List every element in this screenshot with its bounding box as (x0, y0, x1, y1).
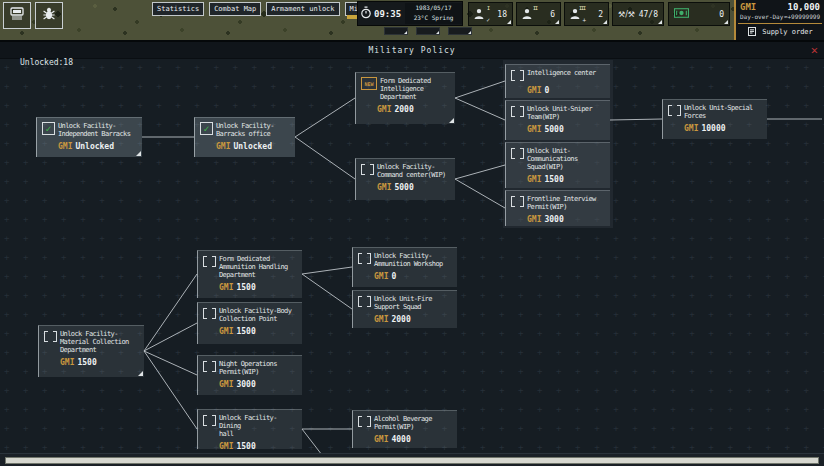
time-display: 09:35 (374, 9, 401, 19)
gold-divider (738, 23, 822, 24)
panel-titlebar: Military Policy (0, 42, 824, 59)
counter-value: 0 (719, 10, 724, 19)
terminal-icon (9, 6, 25, 26)
checkbox-icon (203, 307, 216, 320)
checkbox-icon (361, 163, 374, 176)
policy-node-ammunition-handling[interactable]: Form Dedicated Ammunition Handling Depar… (197, 250, 302, 298)
policy-node-special-forces[interactable]: Unlock Unit-Special ForcesGMI10000 (662, 99, 767, 139)
speed-tab-3[interactable] (448, 27, 472, 35)
policy-node-cost: GMI0 (374, 272, 452, 281)
policy-node-cost: GMI1500 (219, 283, 297, 292)
policy-node-title: Unlock Facility- Command center(WIP) (377, 163, 446, 179)
clock-icon (360, 4, 372, 23)
cost-currency-label: GMI (527, 175, 541, 184)
checkbox-icon (511, 105, 524, 118)
policy-node-material-collection[interactable]: Unlock Facility- Material Collection Dep… (38, 325, 144, 377)
cost-currency-label: GMI (60, 358, 74, 367)
cost-value: 2000 (394, 105, 413, 114)
season-value: 23°C Spring (405, 13, 462, 23)
cost-value: 2000 (391, 315, 410, 324)
document-icon (747, 26, 757, 38)
person-icon: II (522, 8, 537, 20)
checkbox-icon (203, 255, 216, 268)
day-over-day-value: ≈+99999999 (784, 13, 820, 20)
date-display: 1983/05/17 23°C Spring (405, 3, 462, 24)
checkbox-icon (203, 360, 216, 373)
units-button[interactable] (35, 2, 63, 29)
policy-node-ammunition-workshop[interactable]: Unlock Facility- Ammunition WorkshopGMI0 (352, 247, 457, 287)
policy-node-dining-hall[interactable]: Unlock Facility-Dining hallGMI1500 (197, 409, 302, 449)
speed-tab-1[interactable] (384, 27, 408, 35)
policy-node-night-operations-permit[interactable]: Night Operations Permit(WIP)GMI3000 (197, 355, 302, 395)
cost-currency-label: GMI (219, 327, 233, 336)
cost-currency-label: GMI (527, 125, 541, 134)
policy-node-title: Unlock Unit-Fire Support Squad (374, 295, 432, 311)
counter-infantry-tier-3: III+2 (564, 2, 609, 26)
policy-node-command-center[interactable]: Unlock Facility- Command center(WIP)GMI5… (355, 158, 455, 200)
policy-node-cost: GMI4000 (374, 435, 452, 444)
cost-currency-label: GMI (219, 380, 233, 389)
cost-currency-label: GMI (684, 124, 698, 133)
check-icon: ✓ (42, 122, 55, 135)
policy-node-frontline-interview-permit[interactable]: Frontline Interview Permit(WIP)GMI3000 (505, 190, 610, 226)
policy-node-cost: GMIUnlocked (216, 142, 290, 151)
counter-value: 47/8 (639, 10, 658, 19)
cost-value: 1500 (77, 358, 96, 367)
close-button[interactable]: ✕ (811, 43, 818, 57)
checkbox-icon (358, 295, 371, 308)
new-badge: NEW (361, 77, 377, 90)
policy-node-cost: GMI5000 (527, 125, 605, 134)
cost-value: 3000 (236, 380, 255, 389)
policy-node-title: Unlock Facility-Dining hall (219, 414, 297, 438)
cost-currency-label: GMI (374, 315, 388, 324)
policy-node-cost: GMI1500 (219, 327, 297, 336)
policy-node-title: Form Dedicated Intelligence Department (380, 77, 431, 101)
menu-button-label: Armament unlock (271, 5, 334, 13)
gmi-value: 10,000 (787, 2, 820, 12)
checkbox-icon (668, 104, 681, 117)
counter-value: 6 (550, 10, 555, 19)
policy-node-intelligence-department[interactable]: NEWForm Dedicated Intelligence Departmen… (355, 72, 455, 124)
check-icon: ✓ (200, 122, 213, 135)
cost-currency-label: GMI (219, 283, 233, 292)
day-over-day-label: Day-over-Day (740, 13, 783, 20)
cost-value: 3000 (544, 215, 563, 224)
horizontal-scrollbar[interactable] (0, 453, 824, 466)
policy-node-title: Unlock Facility- Barracks office (216, 122, 274, 138)
policy-node-title: Frontline Interview Permit(WIP) (527, 195, 596, 211)
supply-order-label: Supply order (762, 28, 813, 36)
policy-node-cost: GMIUnlocked (58, 142, 137, 151)
cost-value: 5000 (394, 183, 413, 192)
policy-node-communications-squad[interactable]: Unlock Unit- Communications Squad(WIP)GM… (505, 142, 610, 188)
terminal-button[interactable] (3, 2, 31, 29)
menu-button-armament-unlock[interactable]: Armament unlock (266, 2, 339, 16)
bug-icon (41, 6, 57, 26)
counter-funds: 0 (668, 2, 730, 26)
policy-node-cost: GMI3000 (219, 380, 297, 389)
military-policy-panel: + + + + + + + + + + + + + + + + + + + + … (0, 40, 824, 466)
counter-value: 2 (598, 10, 603, 19)
checkbox-icon (511, 69, 524, 82)
policy-node-title: Unlock Unit-Special Forces (684, 104, 753, 120)
policy-node-body-collection-point[interactable]: Unlock Facility-Body Collection PointGMI… (197, 302, 302, 344)
policy-node-fire-support-squad[interactable]: Unlock Unit-Fire Support SquadGMI2000 (352, 290, 457, 328)
topbar: StatisticsCombat MapArmament unlockMilit… (0, 0, 824, 40)
policy-node-title: Unlock Unit-Sniper Team(WIP) (527, 105, 592, 121)
menu-button-combat-map[interactable]: Combat Map (209, 2, 261, 16)
policy-node-sniper-team[interactable]: Unlock Unit-Sniper Team(WIP)GMI5000 (505, 100, 610, 140)
policy-node-alcohol-beverage-permit[interactable]: Alcohol Beverage Permit(WIP)GMI4000 (352, 410, 457, 448)
menu-button-statistics[interactable]: Statistics (152, 2, 204, 16)
policy-node-barracks-office[interactable]: ✓Unlock Facility- Barracks officeGMIUnlo… (194, 117, 295, 157)
scrollbar-thumb[interactable] (5, 457, 819, 464)
speed-tab-2[interactable] (416, 27, 440, 35)
cost-currency-label: GMI (58, 142, 72, 151)
supply-order-button[interactable]: Supply order (736, 26, 824, 38)
policy-node-cost: GMI5000 (377, 183, 450, 192)
policy-node-cost: GMI0 (527, 86, 605, 95)
policy-node-title: Unlock Facility- Material Collection Dep… (60, 330, 129, 354)
clock-panel: 09:35 1983/05/17 23°C Spring (357, 1, 463, 26)
checkbox-icon (44, 330, 57, 343)
date-value: 1983/05/17 (405, 3, 462, 13)
policy-node-intelligence-center[interactable]: Intelligence centerGMI0 (505, 64, 610, 98)
policy-node-independent-barracks[interactable]: ✓Unlock Facility- Independent BarracksGM… (36, 117, 142, 157)
